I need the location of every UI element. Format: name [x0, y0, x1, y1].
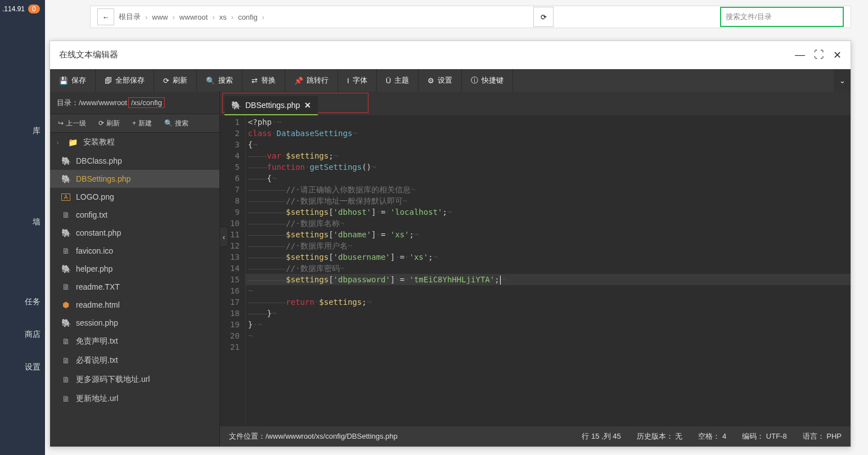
- status-history[interactable]: 历史版本： 无: [637, 431, 683, 442]
- font-button[interactable]: I字体: [338, 69, 377, 92]
- breadcrumb-item[interactable]: xs: [219, 13, 227, 21]
- ip-text: .114.91: [2, 5, 25, 13]
- tab-close-button[interactable]: ✕: [304, 101, 311, 110]
- tree-file-item[interactable]: 🐘DBSettings.php: [50, 170, 219, 188]
- code-tab[interactable]: 🐘 DBSettings.php ✕: [224, 96, 318, 115]
- tree-list[interactable]: › 📁 安装教程 🐘DBClass.php🐘DBSettings.phpALOG…: [50, 133, 219, 447]
- expand-button[interactable]: ⌄: [834, 69, 851, 92]
- breadcrumb-item[interactable]: wwwroot: [179, 13, 208, 21]
- line-gutter: 123456789101112131415161718192021: [220, 115, 246, 426]
- settings-button[interactable]: ⚙设置: [419, 69, 462, 92]
- tree-file-item[interactable]: 🗎config.txt: [50, 206, 219, 224]
- status-cursor-position[interactable]: 行 15 ,列 45: [582, 431, 620, 442]
- code-line[interactable]: ————————$settings['dbname']·=·'xs';¬: [246, 229, 851, 240]
- tree-path: 目录： /www/wwwroot/xs/config: [50, 92, 219, 114]
- code-line[interactable]: ————————//·数据库名称¬: [246, 218, 851, 229]
- code-area: ‹ 🐘 DBSettings.php ✕ 1234567891011121314…: [220, 92, 851, 447]
- tree-file-item[interactable]: 🗎免责声明.txt: [50, 332, 219, 351]
- breadcrumb-item[interactable]: 根目录: [119, 12, 141, 22]
- share-icon: ↪: [58, 119, 64, 127]
- code-line[interactable]: ————function·getSettings()¬: [246, 161, 851, 173]
- tree-file-item[interactable]: 🗎favicon.ico: [50, 242, 219, 260]
- code-line[interactable]: [246, 341, 851, 353]
- search-button[interactable]: 🔍搜索: [197, 69, 242, 92]
- code-line[interactable]: ————————return·$settings;¬: [246, 296, 851, 308]
- editor-toolbar: 💾保存 🗐全部保存 ⟳刷新 🔍搜索 ⇄替换 📌跳转行 I字体 Ü主题 ⚙设置 ⓘ…: [50, 69, 851, 92]
- tree-file-item[interactable]: 🗎readme.TXT: [50, 278, 219, 296]
- php-file-icon: 🐘: [61, 228, 70, 237]
- save-icon: 💾: [59, 76, 68, 85]
- code-line[interactable]: ————{¬: [246, 173, 851, 184]
- code-line[interactable]: <?php·¬: [246, 116, 851, 128]
- notification-badge[interactable]: 0: [28, 4, 40, 13]
- tree-file-item[interactable]: 🗎更多源码下载地址.url: [50, 370, 219, 389]
- breadcrumb-item[interactable]: config: [238, 13, 258, 21]
- tree-folder[interactable]: › 📁 安装教程: [50, 133, 219, 152]
- save-all-button[interactable]: 🗐全部保存: [96, 69, 154, 92]
- collapse-tree-button[interactable]: ‹: [219, 227, 228, 247]
- file-label: favicon.ico: [76, 246, 113, 255]
- nav-item[interactable]: 商店: [0, 323, 45, 346]
- tree-file-item[interactable]: ALOGO.png: [50, 188, 219, 206]
- nav-item[interactable]: 任务: [0, 290, 45, 314]
- code-content[interactable]: <?php·¬class·DatabaseSettings¬{¬————var·…: [246, 115, 851, 426]
- status-encoding[interactable]: 编码： UTF-8: [742, 431, 786, 442]
- maximize-button[interactable]: ⛶: [814, 49, 824, 61]
- modal-title: 在线文本编辑器: [59, 49, 118, 60]
- code-line[interactable]: ————————//·数据库地址一般保持默认即可¬: [246, 195, 851, 206]
- tree-new-button[interactable]: +新建: [127, 114, 158, 132]
- tree-up-button[interactable]: ↪上一级: [52, 114, 92, 132]
- search-input[interactable]: 搜索文件/目录: [720, 7, 844, 27]
- minimize-button[interactable]: —: [795, 49, 805, 61]
- code-line[interactable]: ————var·$settings;¬: [246, 150, 851, 161]
- php-file-icon: 🐘: [61, 318, 70, 327]
- goto-line-button[interactable]: 📌跳转行: [285, 69, 338, 92]
- code-line[interactable]: ————————//·数据库密码¬: [246, 263, 851, 274]
- code-line[interactable]: }·¬: [246, 319, 851, 330]
- shortcuts-button[interactable]: ⓘ快捷键: [462, 69, 513, 92]
- code-line[interactable]: ————————//·请正确输入你数据库的相关信息¬: [246, 184, 851, 195]
- img-file-icon: A: [61, 193, 70, 201]
- save-button[interactable]: 💾保存: [50, 69, 96, 92]
- code-line[interactable]: ¬: [246, 285, 851, 296]
- tree-refresh-button[interactable]: ⟳刷新: [93, 114, 125, 132]
- refresh-icon: ⟳: [541, 13, 547, 21]
- nav-item[interactable]: 设置: [0, 355, 45, 379]
- tree-file-item[interactable]: 🐘DBClass.php: [50, 152, 219, 170]
- code-line[interactable]: ————}¬: [246, 308, 851, 319]
- nav-item[interactable]: 库: [0, 119, 45, 143]
- tree-file-item[interactable]: 🐘session.php: [50, 314, 219, 332]
- plus-icon: +: [132, 119, 136, 127]
- back-button[interactable]: ←: [97, 8, 114, 25]
- code-line[interactable]: ¬: [246, 330, 851, 341]
- tree-file-item[interactable]: ⬢readme.html: [50, 296, 219, 314]
- code-line[interactable]: ————————$settings['dbpassword']·=·'tmEiC…: [246, 274, 851, 285]
- status-language[interactable]: 语言： PHP: [803, 431, 842, 442]
- modal-header: 在线文本编辑器 — ⛶ ✕: [50, 41, 851, 69]
- file-label: DBClass.php: [76, 156, 122, 165]
- theme-button[interactable]: Ü主题: [377, 69, 419, 92]
- status-file-location: 文件位置：/www/wwwroot/xs/config/DBSettings.p…: [229, 431, 398, 442]
- replace-button[interactable]: ⇄替换: [242, 69, 285, 92]
- code-line[interactable]: {¬: [246, 139, 851, 150]
- code-line[interactable]: class·DatabaseSettings¬: [246, 128, 851, 139]
- txt-file-icon: 🗎: [61, 282, 70, 291]
- search-icon: 🔍: [164, 119, 173, 127]
- code-line[interactable]: ————————$settings['dbusername']·=·'xs';¬: [246, 251, 851, 263]
- tree-file-item[interactable]: 🐘constant.php: [50, 224, 219, 242]
- tree-file-item[interactable]: 🗎必看说明.txt: [50, 351, 219, 370]
- file-label: helper.php: [76, 264, 113, 273]
- tree-file-item[interactable]: 🗎更新地址.url: [50, 389, 219, 408]
- close-button[interactable]: ✕: [833, 49, 842, 61]
- breadcrumb-item[interactable]: www: [152, 13, 168, 21]
- refresh-button[interactable]: ⟳刷新: [154, 69, 197, 92]
- tree-search-button[interactable]: 🔍搜索: [159, 114, 194, 132]
- code-line[interactable]: ————————//·数据库用户名¬: [246, 240, 851, 251]
- status-spaces[interactable]: 空格： 4: [698, 431, 726, 442]
- tree-file-item[interactable]: 🐘helper.php: [50, 260, 219, 278]
- nav-item[interactable]: 墙: [0, 210, 45, 234]
- txt-file-icon: 🗎: [61, 375, 70, 384]
- code-editor[interactable]: 123456789101112131415161718192021 <?php·…: [220, 115, 851, 426]
- code-line[interactable]: ————————$settings['dbhost']·=·'localhost…: [246, 206, 851, 218]
- refresh-button[interactable]: ⟳: [533, 7, 554, 27]
